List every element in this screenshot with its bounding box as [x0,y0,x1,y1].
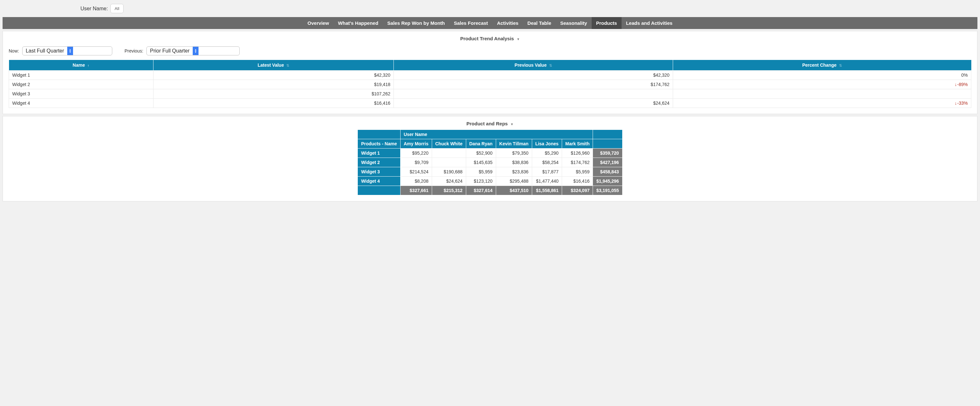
tab-activities[interactable]: Activities [493,17,523,29]
select-stepper-icon: ▲▼ [193,47,199,55]
cell-prev: $174,762 [394,80,673,89]
pivot-col-total: $215,312 [432,186,466,195]
pivot-row: Widget 4$8,208$24,624$123,120$295,488$1,… [358,177,622,186]
tab-seasonality[interactable]: Seasonality [556,17,591,29]
pivot-total-label [358,186,400,195]
cell-name: Widget 3 [9,89,153,99]
pivot-corner [358,130,400,139]
pivot-col-header[interactable]: Chuck White [432,139,466,149]
pivot-row-label[interactable]: Widget 4 [358,177,400,186]
col-header-prev[interactable]: Previous Value ⇅ [394,60,673,70]
cell-name: Widget 2 [9,80,153,89]
pivot-col-header[interactable]: Kevin Tillman [496,139,532,149]
pivot-cell [432,149,466,158]
cell-pct: ↓-89% [673,80,971,89]
pivot-cell: $79,350 [496,149,532,158]
caret-down-icon: ▼ [510,122,514,126]
panel-title-text: Product Trend Analysis [460,36,514,41]
filter-select-value: All [115,6,119,11]
pivot-cell: $145,635 [466,158,496,167]
panel-product-trend: Product Trend Analysis ▼ Now: Last Full … [3,31,977,114]
pivot-cell: $58,254 [532,158,562,167]
pivot-col-total: $327,614 [466,186,496,195]
pivot-cell [432,158,466,167]
cell-name: Widget 1 [9,70,153,80]
cell-pct [673,89,971,99]
pivot-row-total: $359,720 [593,149,622,158]
select-prev-value: Prior Full Quarter [147,48,193,54]
pivot-cell: $5,290 [532,149,562,158]
pivot-cell: $23,836 [496,167,532,177]
tab-leads-and-activities[interactable]: Leads and Activities [622,17,677,29]
cell-name: Widget 4 [9,99,153,108]
tab-overview[interactable]: Overview [303,17,334,29]
cell-prev: $24,624 [394,99,673,108]
tab-sales-rep-won-by-month[interactable]: Sales Rep Won by Month [383,17,449,29]
pivot-row: Widget 2$9,709$145,635$38,836$58,254$174… [358,158,622,167]
pivot-cell: $5,959 [466,167,496,177]
select-prev-period[interactable]: Prior Full Quarter ▲▼ [146,46,240,56]
panel-product-reps: Product and Reps ▼ User NameProducts - N… [3,116,977,201]
pivot-cell: $295,488 [496,177,532,186]
tab-sales-forecast[interactable]: Sales Forecast [449,17,493,29]
pivot-cell: $38,836 [496,158,532,167]
cell-pct: ↓-33% [673,99,971,108]
pivot-table: User NameProducts - NameAmy MorrisChuck … [358,129,622,195]
pivot-col-total: $437,510 [496,186,532,195]
cell-latest: $107,262 [153,89,394,99]
pivot-col-header[interactable]: Mark Smith [562,139,593,149]
pivot-total-blank [593,130,622,139]
pivot-row-total: $427,196 [593,158,622,167]
tab-deal-table[interactable]: Deal Table [523,17,556,29]
table-row: Widget 4$16,416$24,624↓-33% [9,99,971,108]
pivot-row-label[interactable]: Widget 1 [358,149,400,158]
filter-select-username[interactable]: All [110,4,123,13]
pivot-col-total: $1,558,861 [532,186,562,195]
col-header-name[interactable]: Name ↑ [9,60,153,70]
arrow-down-icon: ↓ [955,82,957,87]
nav-tabs: OverviewWhat's HappenedSales Rep Won by … [3,17,977,29]
panel-title-trend[interactable]: Product Trend Analysis ▼ [9,35,971,45]
pivot-grand-total: $3,191,055 [593,186,622,195]
pivot-row-total: $1,945,296 [593,177,622,186]
trend-table: Name ↑ Latest Value ⇅ Previous Value ⇅ P… [9,60,971,108]
sort-icon: ⇅ [286,64,289,68]
pivot-row-label[interactable]: Widget 2 [358,158,400,167]
pivot-total-blank [593,139,622,149]
panel-title-reps[interactable]: Product and Reps ▼ [9,120,971,129]
pivot-row-label[interactable]: Widget 3 [358,167,400,177]
tab-what-s-happened[interactable]: What's Happened [334,17,383,29]
pivot-col-header[interactable]: Dana Ryan [466,139,496,149]
table-row: Widget 2$19,418$174,762↓-89% [9,80,971,89]
cell-latest: $19,418 [153,80,394,89]
caret-down-icon: ▼ [517,37,520,41]
pivot-col-header[interactable]: Amy Morris [400,139,432,149]
pivot-col-header[interactable]: Lisa Jones [532,139,562,149]
pivot-cell: $214,524 [400,167,432,177]
cell-prev [394,89,673,99]
col-header-pct[interactable]: Percent Change ⇅ [673,60,971,70]
table-row: Widget 3$107,262 [9,89,971,99]
pivot-cell: $5,959 [562,167,593,177]
col-header-latest[interactable]: Latest Value ⇅ [153,60,394,70]
cell-prev: $42,320 [394,70,673,80]
pivot-row: Widget 1$95,220$52,900$79,350$5,290$126,… [358,149,622,158]
select-now-value: Last Full Quarter [22,48,67,54]
cell-pct: 0% [673,70,971,80]
tab-products[interactable]: Products [592,17,622,29]
sort-asc-icon: ↑ [88,64,89,67]
table-row: Widget 1$42,320$42,3200% [9,70,971,80]
pivot-cell: $174,762 [562,158,593,167]
period-selectors: Now: Last Full Quarter ▲▼ Previous: Prio… [9,45,971,60]
filter-bar: User Name: All [0,0,980,17]
pivot-group-header[interactable]: User Name [400,130,593,139]
pivot-cell: $95,220 [400,149,432,158]
period-label-now: Now: [9,48,19,53]
pivot-col-total: $324,097 [562,186,593,195]
pivot-row-dim-label[interactable]: Products - Name [358,139,400,149]
pivot-cell: $16,416 [562,177,593,186]
select-stepper-icon: ▲▼ [67,47,73,55]
pivot-cell: $9,709 [400,158,432,167]
cell-latest: $42,320 [153,70,394,80]
select-now-period[interactable]: Last Full Quarter ▲▼ [22,46,112,56]
